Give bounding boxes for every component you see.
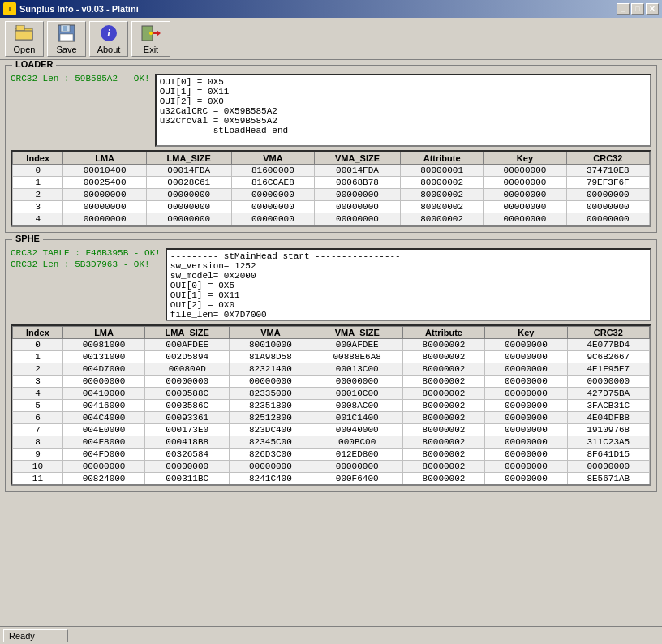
table-cell: 80000002: [402, 388, 484, 400]
table-cell: 00010400: [63, 165, 146, 177]
exit-button[interactable]: Exit: [131, 21, 170, 57]
table-cell: 5: [13, 400, 63, 412]
table-cell: 00000000: [315, 201, 401, 213]
table-cell: 80000002: [402, 449, 484, 461]
sphe-hex-display[interactable]: --------- stMainHead start -------------…: [166, 248, 651, 321]
table-cell: 00000000: [146, 201, 231, 213]
table-cell: 816CCAE8: [231, 177, 314, 189]
svg-rect-2: [15, 31, 32, 40]
about-icon: i: [99, 24, 118, 43]
save-button[interactable]: Save: [47, 21, 86, 57]
table-cell: 8E5671AB: [567, 473, 649, 485]
sphe-crc32-len-value: : 5B3D7963 - OK!: [64, 260, 150, 269]
sphe-table: IndexLMALMA_SIZEVMAVMA_SIZEAttributeKeyC…: [12, 326, 650, 484]
table-cell: 80000002: [402, 461, 484, 473]
table-cell: 00000000: [63, 189, 146, 201]
table-cell: 00000000: [484, 213, 566, 225]
loader-crc-info: CRC32 Len : 59B585A2 - OK!: [11, 74, 150, 84]
sphe-crc32-table-label: CRC32 TABLE: [11, 248, 70, 258]
table-row: 000081000000AFDEE80010000000AFDEE8000000…: [13, 339, 650, 351]
open-button[interactable]: Open: [5, 21, 44, 57]
table-cell: 82335000: [230, 388, 312, 400]
table-cell: 00040000: [312, 424, 402, 436]
table-cell: 00000000: [566, 213, 649, 225]
table-header: CRC32: [567, 327, 649, 339]
loader-table: IndexLMALMA_SIZEVMAVMA_SIZEAttributeKeyC…: [12, 152, 650, 225]
table-cell: 80000002: [400, 201, 483, 213]
table-cell: 000418B8: [145, 436, 230, 449]
table-cell: 00416000: [62, 400, 144, 412]
save-label: Save: [56, 45, 76, 54]
table-cell: 80000002: [402, 424, 484, 436]
table-cell: 00410000: [62, 388, 144, 400]
exit-icon: [141, 24, 161, 43]
loader-hex-display[interactable]: OUI[0] = 0X5OUI[1] = 0X11OUI[2] = 0X0u32…: [155, 74, 651, 147]
table-cell: 80000002: [402, 436, 484, 449]
table-cell: 9C6B2667: [567, 351, 649, 363]
loader-table-container: IndexLMALMA_SIZEVMAVMA_SIZEAttributeKeyC…: [11, 150, 651, 227]
table-cell: 3FACB31C: [567, 400, 649, 412]
table-row: 9004FD00000326584826D3C00012ED8008000000…: [13, 449, 650, 461]
svg-point-8: [149, 32, 153, 35]
sphe-inner: CRC32 TABLE : F46B395B - OK! CRC32 Len :…: [6, 240, 656, 491]
table-cell: 823DC400: [230, 424, 312, 436]
table-cell: 004C4000: [62, 412, 144, 424]
table-cell: 80000002: [402, 363, 484, 376]
table-cell: 8241C400: [230, 473, 312, 485]
table-cell: 80000002: [400, 177, 483, 189]
table-cell: 79EF3F6F: [566, 177, 649, 189]
about-button[interactable]: i About: [89, 21, 128, 57]
sphe-crc32-table-value: : F46B395B - OK!: [75, 248, 161, 258]
table-header: Key: [485, 327, 567, 339]
minimize-button[interactable]: _: [617, 3, 630, 15]
sphe-scroll[interactable]: IndexLMALMA_SIZEVMAVMA_SIZEAttributeKeyC…: [12, 326, 650, 484]
table-cell: 00028C61: [146, 177, 231, 189]
table-cell: 00000000: [485, 424, 567, 436]
table-header: VMA: [231, 152, 314, 165]
table-cell: 00000000: [485, 363, 567, 376]
table-cell: 80000002: [402, 400, 484, 412]
main-content: LOADER CRC32 Len : 59B585A2 - OK! OUI[0]…: [0, 60, 662, 626]
table-cell: 80000002: [402, 473, 484, 485]
loader-section: LOADER CRC32 Len : 59B585A2 - OK! OUI[0]…: [5, 65, 657, 233]
table-row: 6004C40000009336182512800001C14008000000…: [13, 412, 650, 424]
table-cell: 00000000: [230, 376, 312, 388]
table-cell: 000AFDEE: [312, 339, 402, 351]
loader-scroll[interactable]: IndexLMALMA_SIZEVMAVMA_SIZEAttributeKeyC…: [12, 152, 650, 225]
svg-rect-6: [63, 26, 67, 31]
table-cell: 00000000: [63, 201, 146, 213]
app-icon: i: [3, 2, 16, 15]
table-cell: 80000002: [402, 339, 484, 351]
sphe-section-title: SPHE: [12, 234, 43, 243]
sphe-crc-info: CRC32 TABLE : F46B395B - OK! CRC32 Len :…: [11, 248, 161, 269]
table-row: 1000000000000000000000000000000000800000…: [13, 461, 650, 473]
table-cell: 3: [13, 376, 63, 388]
table-cell: 9: [13, 449, 63, 461]
title-bar-buttons[interactable]: _ □ ✕: [617, 3, 659, 15]
table-cell: 80000001: [400, 165, 483, 177]
table-cell: 82345C00: [230, 436, 312, 449]
table-cell: 004F8000: [62, 436, 144, 449]
table-cell: 2: [13, 363, 63, 376]
table-cell: 00000000: [146, 189, 231, 201]
table-cell: 00000000: [485, 449, 567, 461]
table-cell: 4: [13, 213, 63, 225]
sphe-top-row: CRC32 TABLE : F46B395B - OK! CRC32 Len :…: [11, 248, 651, 321]
table-cell: 826D3C00: [230, 449, 312, 461]
table-row: 100131000002D589481A98D5800888E6A8800000…: [13, 351, 650, 363]
table-row: 1100824000000311BC8241C400000F6400800000…: [13, 473, 650, 485]
table-cell: 0008AC00: [312, 400, 402, 412]
title-bar-left: i Sunplus Info - v0.03 - Platini: [3, 2, 139, 15]
table-cell: 80000002: [402, 412, 484, 424]
table-cell: 00080AD: [145, 363, 230, 376]
table-cell: 00025400: [63, 177, 146, 189]
table-cell: 00000000: [485, 461, 567, 473]
close-button[interactable]: ✕: [646, 3, 659, 15]
about-label: About: [97, 45, 121, 54]
maximize-button[interactable]: □: [631, 3, 644, 15]
table-cell: 11: [13, 473, 63, 485]
table-cell: 10: [13, 461, 63, 473]
table-header: VMA: [230, 327, 312, 339]
table-cell: 311C23A5: [567, 436, 649, 449]
title-bar: i Sunplus Info - v0.03 - Platini _ □ ✕: [0, 0, 662, 18]
